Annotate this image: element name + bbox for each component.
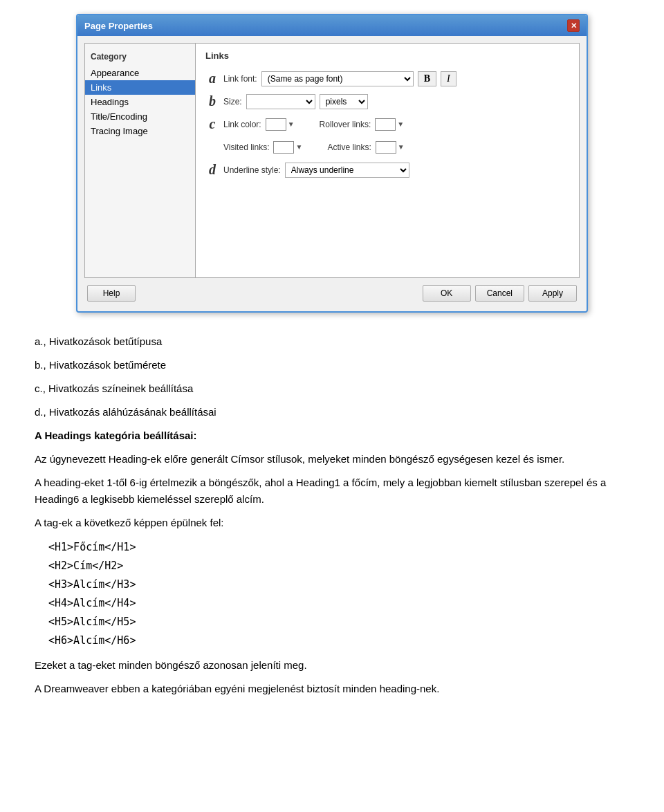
headings-intro-strong: A Headings kategória beállításai:: [35, 430, 197, 441]
page-properties-dialog: Page Properties ✕ Category Appearance Li…: [76, 14, 588, 313]
item-c-text: c., Hivatkozás színeinek beállítása: [35, 380, 629, 397]
link-color-picker[interactable]: ▼: [266, 118, 295, 131]
dialog-body: Category Appearance Links Headings Title…: [77, 36, 587, 311]
row-letter-a: a: [205, 71, 219, 86]
underline-style-select[interactable]: Always underline: [285, 163, 409, 178]
item-b-text: b., Hivatkozások betűmérete: [35, 357, 629, 373]
dialog-titlebar: Page Properties ✕: [77, 15, 587, 36]
link-font-row: a Link font: (Same as page font) B I: [205, 71, 569, 86]
link-font-label: Link font:: [223, 74, 257, 84]
tag-h4: <H4>Alcím</H4>: [48, 597, 136, 609]
active-color-swatch[interactable]: [376, 141, 396, 154]
item-a-text: a., Hivatkozások betűtípusa: [35, 333, 629, 350]
footer-right: OK Cancel Apply: [423, 285, 577, 302]
sidebar-item-appearance[interactable]: Appearance: [85, 66, 195, 80]
visited-active-row: d Visited links: ▼ Active links: ▼: [205, 139, 569, 155]
cancel-button[interactable]: Cancel: [475, 285, 524, 302]
ok-button[interactable]: OK: [423, 285, 471, 302]
link-size-row: b Size: pixels: [205, 93, 569, 109]
active-color-arrow: ▼: [398, 143, 405, 151]
italic-button[interactable]: I: [441, 71, 456, 86]
rollover-color-swatch[interactable]: [375, 118, 396, 131]
link-color-arrow: ▼: [288, 120, 295, 128]
tags-intro: A tag-ek a következő képpen épülnek fel:: [35, 515, 629, 531]
category-panel: Category Appearance Links Headings Title…: [85, 44, 196, 277]
headings-desc1: Az úgynevezett Heading-ek előre generált…: [35, 451, 629, 468]
tag-h3: <H3>Alcím</H3>: [48, 578, 136, 591]
dialog-title: Page Properties: [84, 21, 153, 31]
dialog-content-area: Category Appearance Links Headings Title…: [84, 43, 580, 278]
apply-button[interactable]: Apply: [528, 285, 577, 302]
visited-color-arrow: ▼: [295, 143, 302, 151]
links-panel-title: Links: [205, 50, 569, 61]
visited-color-swatch[interactable]: [273, 141, 294, 154]
footer-left: Help: [87, 285, 136, 302]
tag-h2: <H2>Cím</H2>: [48, 560, 123, 572]
row-letter-d: d: [205, 162, 219, 178]
tag-h6: <H6>Alcím</H6>: [48, 634, 136, 647]
visited-color-picker[interactable]: ▼: [273, 141, 302, 154]
sidebar-item-title-encoding[interactable]: Title/Encoding: [85, 109, 195, 124]
link-size-label: Size:: [223, 97, 242, 107]
rollover-color-arrow: ▼: [397, 120, 404, 128]
bold-button[interactable]: B: [418, 71, 436, 86]
dialog-close-button[interactable]: ✕: [567, 19, 580, 32]
headings-desc2: A heading-eket 1-től 6-ig értelmezik a b…: [35, 474, 629, 508]
link-size-unit-select[interactable]: pixels: [320, 94, 368, 109]
sidebar-item-links[interactable]: Links: [85, 80, 195, 95]
link-color-label: Link color:: [223, 120, 261, 129]
sidebar-item-tracing-image[interactable]: Tracing Image: [85, 124, 195, 138]
underline-style-label: Underline style:: [223, 165, 281, 175]
active-color-picker[interactable]: ▼: [376, 141, 405, 154]
tags-block: <H1>Főcím</H1> <H2>Cím</H2> <H3>Alcím</H…: [48, 538, 629, 650]
visited-links-label: Visited links:: [223, 142, 269, 152]
closing-2: A Dreamweaver ebben a kategóriában egyén…: [35, 681, 629, 697]
dialog-footer: Help OK Cancel Apply: [84, 278, 580, 304]
row-letter-c: c: [205, 116, 219, 132]
tag-h5: <H5>Alcím</H5>: [48, 616, 136, 628]
category-heading: Category: [85, 49, 195, 66]
row-letter-b: b: [205, 93, 219, 109]
closing-1: Ezeket a tag-eket minden böngésző azonos…: [35, 657, 629, 674]
tag-h1: <H1>Főcím</H1>: [48, 541, 136, 553]
sidebar-item-headings[interactable]: Headings: [85, 95, 195, 109]
link-color-swatch[interactable]: [266, 118, 286, 131]
active-links-label: Active links:: [327, 142, 371, 152]
links-panel: Links a Link font: (Same as page font) B…: [196, 44, 579, 277]
link-color-row: c Link color: ▼ Rollover links: ▼: [205, 116, 569, 132]
link-font-select[interactable]: (Same as page font): [261, 71, 414, 86]
link-size-select[interactable]: [246, 94, 315, 109]
item-d-text: d., Hivatkozás aláhúzásának beállításai: [35, 404, 629, 421]
underline-style-row: d Underline style: Always underline: [205, 162, 569, 178]
rollover-color-picker[interactable]: ▼: [375, 118, 404, 131]
article-section: a., Hivatkozások betűtípusa b., Hivatkoz…: [14, 333, 650, 697]
help-button[interactable]: Help: [87, 285, 136, 302]
headings-intro: A Headings kategória beállításai:: [35, 427, 629, 444]
rollover-label: Rollover links:: [320, 120, 371, 129]
